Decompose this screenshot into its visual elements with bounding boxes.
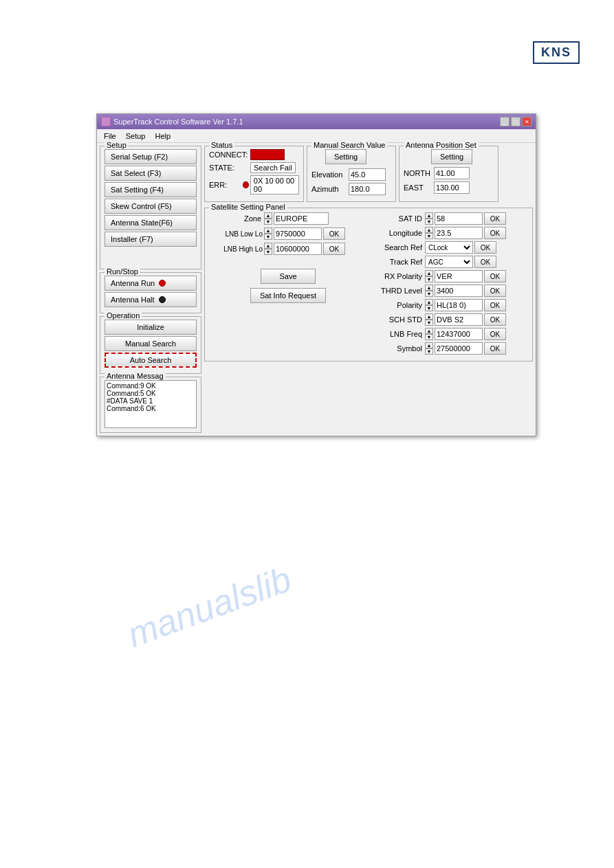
err-indicator [243, 181, 249, 188]
top-panels-right: Status CONNECT: STATE: Search Fail ERR: [204, 146, 533, 202]
zone-down-arrow[interactable]: ▼ [264, 219, 272, 225]
thrd-level-ok-button[interactable]: OK [484, 285, 506, 297]
sch-std-label: SCH STD [373, 315, 425, 324]
track-ref-select[interactable]: AGC [425, 256, 473, 268]
installer-button[interactable]: Installer (F7) [105, 232, 197, 247]
menu-setup[interactable]: Setup [122, 131, 150, 142]
polarity-input[interactable] [435, 299, 483, 311]
kns-logo: KNS [533, 41, 580, 64]
longitude-up[interactable]: ▲ [425, 227, 433, 233]
search-ref-row: Search Ref CLock OK [373, 241, 528, 254]
sch-std-input[interactable] [435, 313, 483, 326]
lnb-low-up-arrow[interactable]: ▲ [264, 227, 272, 234]
antenna-run-button[interactable]: Antenna Run [105, 276, 197, 291]
azimuth-input[interactable] [349, 183, 386, 195]
satellite-panel-title: Satellite Setting Panel [209, 203, 287, 211]
maximize-button[interactable]: □ [511, 117, 520, 126]
longitude-input[interactable] [435, 227, 483, 239]
satellite-inner: Zone ▲ ▼ [209, 212, 528, 357]
rx-pol-down[interactable]: ▼ [425, 276, 433, 282]
antenna-state-button[interactable]: Antenna State(F6) [105, 215, 197, 230]
manual-search-button[interactable]: Manual Search [105, 336, 197, 351]
sat-setting-button[interactable]: Sat Setting (F4) [105, 182, 197, 197]
antenna-pos-setting-button[interactable]: Setting [431, 149, 472, 164]
lnb-freq-down[interactable]: ▼ [425, 334, 433, 340]
east-row: EAST [404, 181, 494, 194]
lnb-high-up-arrow[interactable]: ▲ [264, 243, 272, 249]
lnb-high-label: LNB High Lo [209, 245, 264, 253]
sat-select-button[interactable]: Sat Select (F3) [105, 166, 197, 181]
east-input[interactable] [434, 181, 470, 194]
sch-std-down[interactable]: ▼ [425, 320, 433, 326]
lnb-high-input[interactable] [274, 243, 322, 255]
longitude-ok-button[interactable]: OK [484, 227, 506, 239]
halt-indicator [159, 296, 166, 303]
rx-polarity-row: RX Polarity ▲ ▼ OK [373, 270, 528, 282]
title-bar-left: SuperTrack Control Software Ver 1.7.1 [101, 117, 243, 126]
antenna-halt-button[interactable]: Antenna Halt [105, 292, 197, 307]
window-icon [101, 117, 111, 126]
close-button[interactable]: ✕ [522, 117, 531, 126]
rx-polarity-input[interactable] [435, 270, 483, 282]
azimuth-row: Azimuth [311, 183, 391, 195]
lnb-freq-row: LNB Freq ▲ ▼ OK [373, 328, 528, 340]
auto-search-button[interactable]: Auto Search [105, 353, 197, 368]
minimize-button[interactable]: _ [500, 117, 509, 126]
menu-help[interactable]: Help [151, 131, 175, 142]
title-controls: _ □ ✕ [500, 117, 531, 126]
symbol-row: Symbol ▲ ▼ OK [373, 342, 528, 355]
rx-pol-up[interactable]: ▲ [425, 270, 433, 276]
polarity-ok-button[interactable]: OK [484, 299, 506, 311]
thrd-level-input[interactable] [435, 285, 483, 297]
symbol-ok-button[interactable]: OK [484, 342, 506, 355]
search-ref-ok-button[interactable]: OK [474, 241, 496, 254]
sat-id-row: SAT ID ▲ ▼ OK [373, 212, 528, 225]
msg-line-3: #DATA SAVE 1 [107, 397, 195, 405]
longitude-down[interactable]: ▼ [425, 233, 433, 239]
sch-std-up[interactable]: ▲ [425, 313, 433, 320]
rx-polarity-ok-button[interactable]: OK [484, 270, 506, 282]
polarity-up[interactable]: ▲ [425, 299, 433, 305]
sat-id-ok-button[interactable]: OK [484, 212, 506, 225]
elevation-row: Elevation [311, 168, 391, 181]
sch-std-ok-button[interactable]: OK [484, 313, 506, 326]
sat-info-request-button[interactable]: Sat Info Request [250, 288, 326, 303]
skew-control-button[interactable]: Skew Control (F5) [105, 199, 197, 214]
lnb-low-ok-button[interactable]: OK [323, 227, 345, 240]
lnb-high-down-arrow[interactable]: ▼ [264, 249, 272, 255]
zone-up-arrow[interactable]: ▲ [264, 212, 272, 219]
symbol-up[interactable]: ▲ [425, 342, 433, 348]
manual-search-value-title: Manual Search Value [311, 141, 387, 149]
serial-setup-button[interactable]: Serial Setup (F2) [105, 149, 197, 164]
menu-file[interactable]: File [100, 131, 120, 142]
msg-line-4: Command:6 OK [107, 405, 195, 412]
lnb-freq-input[interactable] [435, 328, 483, 340]
search-ref-select[interactable]: CLock [425, 241, 473, 254]
initialize-button[interactable]: Initialize [105, 320, 197, 335]
window-title: SuperTrack Control Software Ver 1.7.1 [113, 118, 243, 126]
symbol-input[interactable] [435, 342, 483, 355]
satellite-left: Zone ▲ ▼ [209, 212, 367, 357]
thrd-up[interactable]: ▲ [425, 285, 433, 291]
sat-id-up[interactable]: ▲ [425, 212, 433, 219]
lnb-freq-up[interactable]: ▲ [425, 328, 433, 334]
east-label: EAST [404, 183, 434, 192]
thrd-down[interactable]: ▼ [425, 291, 433, 297]
sat-id-input[interactable] [435, 212, 483, 225]
track-ref-ok-button[interactable]: OK [474, 256, 496, 268]
sat-id-down[interactable]: ▼ [425, 219, 433, 225]
lnb-high-ok-button[interactable]: OK [323, 243, 345, 255]
lnb-high-row: LNB High Lo ▲ ▼ OK [209, 243, 367, 255]
symbol-down[interactable]: ▼ [425, 348, 433, 355]
antenna-position-panel: Antenna Position Set Setting NORTH EAST [399, 146, 498, 202]
polarity-down[interactable]: ▼ [425, 305, 433, 311]
lnb-low-down-arrow[interactable]: ▼ [264, 234, 272, 240]
lnb-freq-ok-button[interactable]: OK [484, 328, 506, 340]
lnb-low-input[interactable] [274, 227, 322, 240]
lnb-low-row: LNB Low Lo ▲ ▼ OK [209, 227, 367, 240]
zone-input[interactable] [274, 212, 329, 225]
save-button[interactable]: Save [261, 269, 316, 284]
elevation-input[interactable] [349, 168, 386, 181]
manual-search-setting-button[interactable]: Setting [325, 149, 366, 164]
north-input[interactable] [434, 167, 470, 179]
